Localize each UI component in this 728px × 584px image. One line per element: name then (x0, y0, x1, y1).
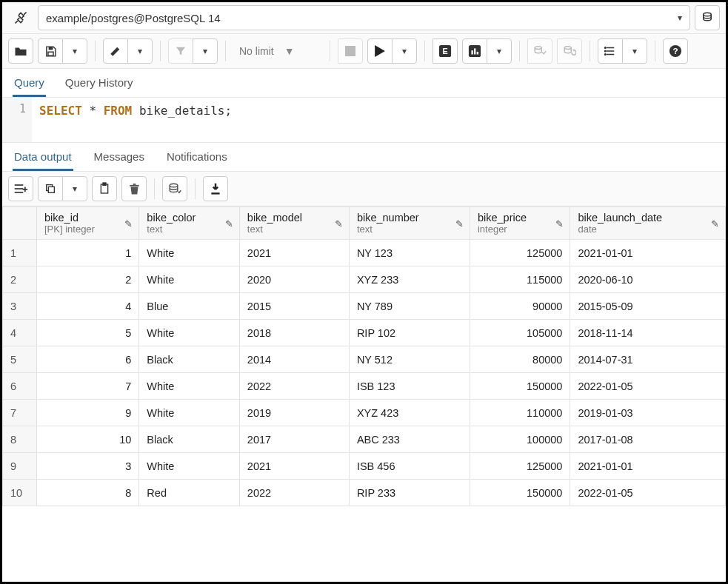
execute-dropdown[interactable]: ▾ (392, 38, 417, 64)
stop-button[interactable] (338, 38, 363, 64)
cell-bike_model[interactable]: 2021 (239, 240, 349, 266)
cell-bike_price[interactable]: 105000 (470, 320, 570, 346)
table-row[interactable]: 810Black2017ABC 2331000002017-01-08 (3, 426, 726, 453)
cell-bike_number[interactable]: ISB 456 (349, 453, 470, 480)
table-row[interactable]: 45White2018RIP 1021050002018-11-14 (3, 320, 726, 346)
row-number-cell[interactable]: 8 (3, 426, 37, 453)
cell-bike_price[interactable]: 110000 (470, 400, 570, 426)
cell-bike_color[interactable]: White (139, 400, 239, 426)
cell-bike_price[interactable]: 80000 (470, 346, 570, 373)
cell-bike_price[interactable]: 150000 (470, 480, 570, 506)
row-number-cell[interactable]: 4 (3, 320, 37, 346)
help-button[interactable]: ? (663, 38, 688, 64)
table-row[interactable]: 79White2019XYZ 4231100002019-01-03 (3, 400, 726, 426)
cell-bike_launch_date[interactable]: 2018-11-14 (570, 320, 726, 346)
edit-button[interactable] (103, 38, 128, 64)
edit-dropdown[interactable]: ▾ (127, 38, 153, 64)
cell-bike_launch_date[interactable]: 2022-01-05 (570, 373, 726, 400)
table-row[interactable]: 11White2021NY 1231250002021-01-01 (3, 240, 726, 266)
cell-bike_number[interactable]: ISB 123 (349, 373, 470, 400)
tab-query-history[interactable]: Query History (64, 69, 135, 97)
cell-bike_id[interactable]: 6 (37, 346, 139, 373)
table-row[interactable]: 93White2021ISB 4561250002021-01-01 (3, 453, 726, 480)
save-data-button[interactable] (162, 176, 187, 201)
execute-button[interactable] (367, 38, 393, 64)
cell-bike_number[interactable]: RIP 102 (349, 320, 470, 346)
row-number-cell[interactable]: 1 (3, 240, 37, 266)
cell-bike_model[interactable]: 2019 (239, 400, 349, 426)
cell-bike_id[interactable]: 2 (37, 266, 139, 293)
cell-bike_id[interactable]: 7 (37, 373, 139, 400)
cell-bike_id[interactable]: 4 (37, 293, 139, 320)
cell-bike_launch_date[interactable]: 2021-01-01 (570, 453, 726, 480)
cell-bike_price[interactable]: 115000 (470, 266, 570, 293)
macros-dropdown[interactable]: ▾ (622, 38, 647, 64)
table-row[interactable]: 67White2022ISB 1231500002022-01-05 (3, 373, 726, 400)
commit-button[interactable] (527, 38, 552, 64)
cell-bike_color[interactable]: Blue (139, 293, 239, 320)
row-number-cell[interactable]: 7 (3, 400, 37, 426)
column-header-bike_color[interactable]: bike_colortext✎ (139, 207, 239, 240)
explain-button[interactable]: E (433, 38, 458, 64)
tab-messages[interactable]: Messages (93, 143, 146, 171)
cell-bike_color[interactable]: White (139, 320, 239, 346)
cell-bike_launch_date[interactable]: 2014-07-31 (570, 346, 726, 373)
cell-bike_price[interactable]: 150000 (470, 373, 570, 400)
paste-button[interactable] (92, 176, 117, 201)
column-header-bike_model[interactable]: bike_modeltext✎ (239, 207, 349, 240)
cell-bike_number[interactable]: ABC 233 (349, 426, 470, 453)
new-connection-button[interactable] (695, 5, 720, 30)
filter-button[interactable] (168, 38, 193, 64)
row-number-cell[interactable]: 2 (3, 266, 37, 293)
cell-bike_launch_date[interactable]: 2017-01-08 (570, 426, 726, 453)
cell-bike_model[interactable]: 2022 (239, 373, 349, 400)
cell-bike_launch_date[interactable]: 2021-01-01 (570, 240, 726, 266)
connection-status-icon[interactable] (8, 5, 33, 30)
cell-bike_price[interactable]: 125000 (470, 240, 570, 266)
results-grid[interactable]: bike_id[PK] integer✎bike_colortext✎bike_… (2, 207, 726, 506)
cell-bike_number[interactable]: NY 123 (349, 240, 470, 266)
cell-bike_id[interactable]: 3 (37, 453, 139, 480)
cell-bike_number[interactable]: XYZ 233 (349, 266, 470, 293)
cell-bike_color[interactable]: White (139, 453, 239, 480)
cell-bike_launch_date[interactable]: 2019-01-03 (570, 400, 726, 426)
cell-bike_number[interactable]: NY 789 (349, 293, 470, 320)
tab-notifications[interactable]: Notifications (165, 143, 229, 171)
macros-button[interactable] (598, 38, 623, 64)
cell-bike_launch_date[interactable]: 2015-05-09 (570, 293, 726, 320)
cell-bike_model[interactable]: 2015 (239, 293, 349, 320)
cell-bike_launch_date[interactable]: 2020-06-10 (570, 266, 726, 293)
row-limit-select[interactable]: No limit ▼ (233, 38, 322, 64)
filter-dropdown[interactable]: ▾ (193, 38, 218, 64)
cell-bike_id[interactable]: 1 (37, 240, 139, 266)
save-dropdown[interactable]: ▾ (62, 38, 87, 64)
cell-bike_model[interactable]: 2017 (239, 426, 349, 453)
row-number-cell[interactable]: 9 (3, 453, 37, 480)
cell-bike_id[interactable]: 10 (37, 426, 139, 453)
column-header-bike_id[interactable]: bike_id[PK] integer✎ (37, 207, 139, 240)
cell-bike_color[interactable]: Black (139, 426, 239, 453)
cell-bike_number[interactable]: RIP 233 (349, 480, 470, 506)
cell-bike_model[interactable]: 2014 (239, 346, 349, 373)
delete-row-button[interactable] (121, 176, 147, 201)
cell-bike_price[interactable]: 90000 (470, 293, 570, 320)
cell-bike_id[interactable]: 5 (37, 320, 139, 346)
row-number-cell[interactable]: 10 (3, 480, 37, 506)
cell-bike_color[interactable]: White (139, 240, 239, 266)
connection-select[interactable]: example/postgres@PostgreSQL 14 ▾ (38, 5, 690, 30)
row-number-cell[interactable]: 5 (3, 346, 37, 373)
cell-bike_color[interactable]: White (139, 373, 239, 400)
table-row[interactable]: 108Red2022RIP 2331500002022-01-05 (3, 480, 726, 506)
tab-query[interactable]: Query (13, 69, 46, 97)
sql-editor[interactable]: 1 SELECT * FROM bike_details; (2, 98, 726, 143)
sql-code[interactable]: SELECT * FROM bike_details; (32, 98, 239, 142)
tab-data-output[interactable]: Data output (13, 143, 73, 171)
explain-analyze-button[interactable] (462, 38, 487, 64)
corner-cell[interactable] (3, 207, 37, 240)
column-header-bike_launch_date[interactable]: bike_launch_datedate✎ (570, 207, 726, 240)
rollback-button[interactable] (557, 38, 582, 64)
column-header-bike_number[interactable]: bike_numbertext✎ (349, 207, 470, 240)
row-number-cell[interactable]: 3 (3, 293, 37, 320)
open-file-button[interactable] (8, 38, 33, 64)
cell-bike_model[interactable]: 2021 (239, 453, 349, 480)
